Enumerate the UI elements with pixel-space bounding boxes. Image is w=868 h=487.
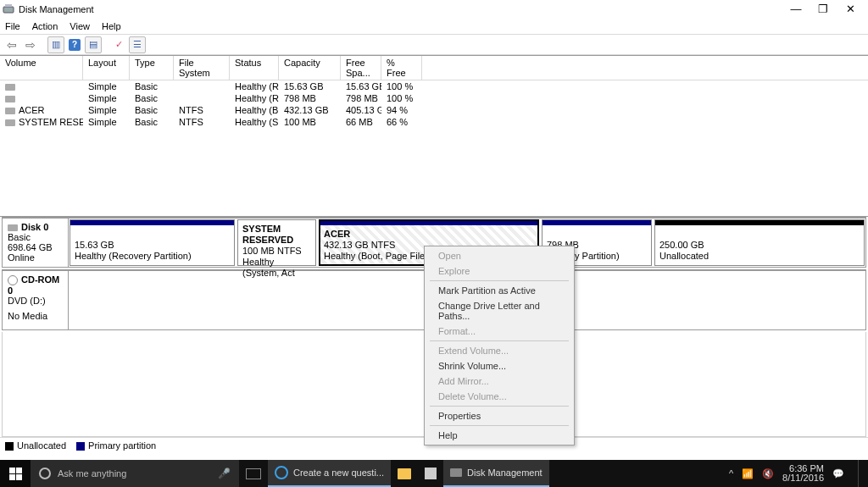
tray-expand-icon[interactable]: ^ bbox=[729, 468, 733, 479]
context-menu: Open Explore Mark Partition as Active Ch… bbox=[424, 246, 575, 445]
table-row[interactable]: SYSTEM RESERVED SimpleBasicNTFSHealthy (… bbox=[0, 116, 868, 128]
col-pctfree[interactable]: % Free bbox=[381, 56, 422, 80]
partition-unallocated[interactable]: 250.00 GBUnallocated bbox=[654, 219, 865, 266]
svg-rect-4 bbox=[9, 474, 15, 480]
system-tray: ^ 📶 🔇 6:36 PM8/11/2016 💬 bbox=[722, 460, 868, 487]
menubar: File Action View Help bbox=[0, 19, 868, 35]
maximize-button[interactable]: ❐ bbox=[817, 3, 829, 15]
ctx-properties[interactable]: Properties bbox=[426, 408, 572, 423]
ctx-help[interactable]: Help bbox=[426, 428, 572, 443]
task-view-icon bbox=[246, 468, 261, 479]
forward-button[interactable] bbox=[22, 36, 39, 53]
col-layout[interactable]: Layout bbox=[83, 56, 130, 80]
volume-icon bbox=[5, 84, 15, 91]
legend-unallocated: Unallocated bbox=[5, 440, 66, 451]
taskbar-item-store[interactable] bbox=[418, 460, 443, 487]
menu-file[interactable]: File bbox=[5, 21, 20, 31]
app-icon bbox=[2, 3, 15, 16]
disk-icon bbox=[8, 224, 18, 231]
volume-icon bbox=[5, 119, 15, 126]
swatch-navy bbox=[76, 442, 85, 451]
cortana-icon bbox=[39, 468, 51, 479]
partition-recovery-1[interactable]: 15.63 GBHealthy (Recovery Partition) bbox=[70, 219, 235, 266]
table-row[interactable]: SimpleBasicHealthy (R...15.63 GB15.63 GB… bbox=[0, 80, 868, 92]
col-freespace[interactable]: Free Spa... bbox=[341, 56, 381, 80]
back-button[interactable] bbox=[3, 36, 20, 53]
svg-rect-5 bbox=[16, 474, 22, 480]
ctx-shrink[interactable]: Shrink Volume... bbox=[426, 358, 572, 374]
folder-icon bbox=[398, 468, 411, 479]
ctx-change-letter[interactable]: Change Drive Letter and Paths... bbox=[426, 298, 572, 324]
cdrom-icon bbox=[8, 275, 18, 285]
partition-system-reserved[interactable]: SYSTEM RESERVED100 MB NTFSHealthy (Syste… bbox=[237, 219, 316, 266]
window-title: Disk Management bbox=[19, 4, 790, 14]
cell-volume: ACER bbox=[0, 104, 83, 116]
legend-primary: Primary partition bbox=[76, 440, 156, 451]
table-row[interactable]: SimpleBasicHealthy (R...798 MB798 MB100 … bbox=[0, 92, 868, 104]
svg-rect-1 bbox=[5, 4, 12, 7]
menu-help[interactable]: Help bbox=[102, 21, 121, 31]
menu-action[interactable]: Action bbox=[32, 21, 58, 31]
ctx-extend: Extend Volume... bbox=[426, 343, 572, 358]
properties-button[interactable]: ▤ bbox=[85, 36, 102, 53]
cell-volume bbox=[0, 80, 83, 92]
minimize-button[interactable]: — bbox=[790, 3, 802, 15]
view-button[interactable]: ☰ bbox=[129, 36, 146, 53]
ctx-mark-active[interactable]: Mark Partition as Active bbox=[426, 283, 572, 298]
disk-0-info[interactable]: Disk 0 Basic 698.64 GB Online bbox=[3, 219, 69, 267]
col-volume[interactable]: Volume bbox=[0, 56, 83, 80]
swatch-black bbox=[5, 442, 14, 451]
ctx-format: Format... bbox=[426, 324, 572, 339]
search-box[interactable]: Ask me anything 🎤 bbox=[31, 460, 239, 487]
cell-volume bbox=[0, 92, 83, 104]
taskbar-item-diskmgmt[interactable]: Disk Management bbox=[443, 460, 549, 487]
col-capacity[interactable]: Capacity bbox=[279, 56, 341, 80]
store-icon bbox=[425, 468, 437, 479]
show-hide-console-button[interactable]: ▥ bbox=[47, 36, 64, 53]
close-button[interactable]: ✕ bbox=[844, 3, 856, 15]
tray-volume-icon[interactable]: 🔇 bbox=[762, 468, 774, 479]
taskbar-item-edge[interactable]: Create a new questi... bbox=[268, 460, 391, 487]
tray-network-icon[interactable]: 📶 bbox=[742, 468, 754, 479]
tray-notifications-icon[interactable]: 💬 bbox=[832, 468, 844, 479]
col-type[interactable]: Type bbox=[130, 56, 174, 80]
start-button[interactable] bbox=[0, 460, 31, 487]
toolbar: ▥ ? ▤ ✓ ☰ bbox=[0, 35, 868, 55]
show-desktop-button[interactable] bbox=[858, 460, 861, 487]
edge-icon bbox=[275, 466, 288, 479]
tray-clock[interactable]: 6:36 PM8/11/2016 bbox=[782, 464, 824, 483]
cell-volume: SYSTEM RESERVED bbox=[0, 116, 83, 128]
ctx-delete-volume: Delete Volume... bbox=[426, 389, 572, 404]
svg-rect-3 bbox=[16, 468, 22, 473]
col-status[interactable]: Status bbox=[230, 56, 279, 80]
window-controls: — ❐ ✕ bbox=[790, 3, 866, 15]
table-row[interactable]: ACER SimpleBasicNTFSHealthy (B...432.13 … bbox=[0, 104, 868, 116]
volume-icon bbox=[5, 96, 15, 102]
microphone-icon[interactable]: 🎤 bbox=[218, 468, 231, 479]
volume-icon bbox=[5, 108, 15, 114]
taskbar: Ask me anything 🎤 Create a new questi...… bbox=[0, 460, 868, 487]
menu-view[interactable]: View bbox=[70, 21, 90, 31]
ctx-open: Open bbox=[426, 248, 572, 263]
col-filesystem[interactable]: File System bbox=[174, 56, 230, 80]
refresh-button[interactable]: ✓ bbox=[110, 36, 127, 53]
svg-rect-0 bbox=[3, 7, 14, 13]
volume-list-header: Volume Layout Type File System Status Ca… bbox=[0, 56, 868, 80]
separator bbox=[103, 36, 108, 53]
volume-list: Volume Layout Type File System Status Ca… bbox=[0, 55, 868, 216]
task-view-button[interactable] bbox=[239, 460, 268, 487]
separator bbox=[41, 36, 46, 53]
titlebar: Disk Management — ❐ ✕ bbox=[0, 0, 868, 19]
taskbar-item-explorer[interactable] bbox=[391, 460, 418, 487]
diskmgmt-icon bbox=[450, 468, 462, 477]
svg-rect-2 bbox=[9, 468, 15, 473]
ctx-explore: Explore bbox=[426, 263, 572, 279]
help-button[interactable]: ? bbox=[66, 36, 83, 53]
ctx-add-mirror: Add Mirror... bbox=[426, 374, 572, 389]
search-placeholder: Ask me anything bbox=[58, 468, 126, 479]
cdrom-info[interactable]: CD-ROM 0 DVD (D:) No Media bbox=[3, 271, 69, 329]
